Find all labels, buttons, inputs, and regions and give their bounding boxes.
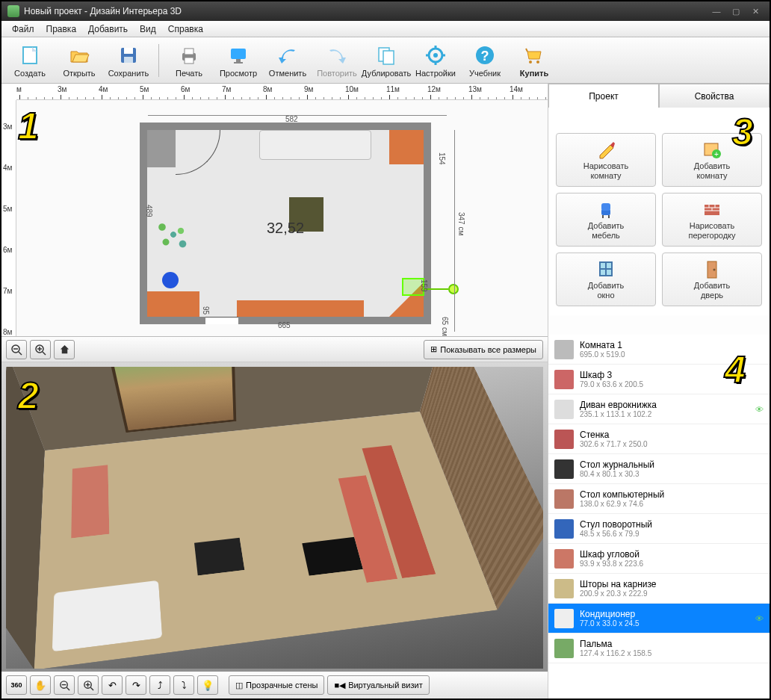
object-item[interactable]: Стол компьютерный138.0 x 62.9 x 74.6 [548,484,770,514]
object-item[interactable]: Кондиционер77.0 x 33.0 x 24.5👁 [548,604,770,634]
tab-properties[interactable]: Свойства [659,84,770,108]
object-name: Шторы на карнизе [580,579,764,589]
action-door-button[interactable]: Добавитьдверь [662,253,762,306]
toolbar-label: Сохранить [108,69,149,78]
action-pencil-button[interactable]: Нарисоватькомнату [556,133,656,187]
selection-handle[interactable] [448,284,459,294]
ruler-h-tick: 11м [386,85,400,93]
office-chair[interactable] [162,272,179,288]
wall-icon: ◫ [235,681,243,690]
svg-line-31 [66,687,69,690]
menu-4[interactable]: Справка [162,24,209,34]
close-button[interactable]: ✕ [747,5,764,17]
room-outline[interactable]: 32,52 [140,123,431,324]
toolbar-dup-button[interactable]: Дублировать [362,40,410,81]
maximize-button[interactable]: ▢ [728,5,744,17]
wall-unit[interactable] [237,300,364,317]
rotate-left-button[interactable]: ↶ [102,675,123,695]
ruler-h-tick: 6м [181,85,190,93]
plan-2d-view[interactable]: м3м4м5м6м7м8м9м10м11м12м13м14м 3м4м5м6м7… [1,84,548,362]
visibility-icon[interactable]: 👁 [755,614,764,623]
toolbar-save-button[interactable]: Сохранить [105,40,152,81]
zoom-out-3d-button[interactable] [54,675,75,695]
object-icon [554,430,574,449]
door-bottom[interactable] [205,317,238,324]
visibility-icon[interactable]: 👁 [755,405,764,414]
toolbar-help-button[interactable]: ?Учебник [461,40,509,81]
toolbar-print-button[interactable]: Печать [165,40,213,81]
corner-wardrobe[interactable] [389,130,424,164]
menu-2[interactable]: Добавить [82,24,134,34]
object-dimensions: 48.5 x 56.6 x 79.9 [580,530,764,538]
virtual-visit-button[interactable]: ■◀ Виртуальный визит [327,675,429,695]
home-button[interactable] [54,340,75,359]
action-window-button[interactable]: Добавитьокно [556,253,656,306]
toolbar-new-button[interactable]: Создать [6,40,54,81]
ruler-h-tick: 13м [468,85,482,93]
pan-button[interactable]: ✋ [30,675,51,695]
action-room-add-button[interactable]: +Добавитькомнату [662,133,762,187]
toolbar-label: Дублировать [362,69,411,78]
object-item[interactable]: Комната 1695.0 x 519.0 [548,335,770,365]
action-label: Добавитьокно [588,281,625,300]
rotate-360-button[interactable]: 360 [6,675,27,695]
print-icon [177,43,201,67]
object-dimensions: 93.9 x 93.8 x 223.6 [580,560,764,568]
object-item[interactable]: Стол журнальный80.4 x 80.1 x 30.3 [548,454,770,484]
toolbar-settings-button[interactable]: Настройки [412,40,459,81]
action-chair-button[interactable]: Добавитьмебель [556,193,656,247]
palm-plant[interactable] [155,216,192,253]
object-item[interactable]: Шкаф угловой93.9 x 93.8 x 223.6 [548,544,770,574]
light-button[interactable]: 💡 [197,675,218,695]
door-swing[interactable] [176,130,220,175]
toolbar-label: Учебник [469,69,501,78]
transparent-walls-button[interactable]: ◫ Прозрачные стены [229,675,324,695]
menu-0[interactable]: Файл [6,24,40,34]
action-label: Нарисоватькомнату [583,161,628,181]
object-item[interactable]: Шкаф 379.0 x 63.6 x 200.5 [548,365,770,394]
ruler-v-tick: 3м [3,123,12,131]
toolbar-label: Печать [176,69,202,78]
toolbar-buy-button[interactable]: Купить [510,40,558,81]
svg-point-13 [433,53,438,58]
zoom-out-button[interactable] [6,340,27,359]
action-bricks-button[interactable]: Нарисоватьперегородку [662,193,762,247]
object-icon [554,549,574,569]
object-item[interactable]: Стенка302.6 x 71.7 x 250.0 [548,424,770,454]
object-dimensions: 138.0 x 62.9 x 74.6 [580,500,764,508]
svg-line-24 [19,352,22,355]
preview-icon [226,43,250,67]
sofa-top[interactable] [259,130,371,160]
computer-desk[interactable] [147,291,199,317]
minimize-button[interactable]: — [708,5,725,17]
wardrobe[interactable] [147,130,176,167]
zoom-in-3d-button[interactable] [78,675,99,695]
ruler-h-tick: 10м [345,85,359,93]
area-label: 32,52 [267,220,304,237]
toolbar-label: Настройки [415,69,456,78]
toolbar-redo-button[interactable]: Повторить [313,40,361,81]
rotate-right-button[interactable]: ↷ [126,675,146,695]
tab-project[interactable]: Проект [548,84,659,108]
toolbar-undo-button[interactable]: Отменить [264,40,312,81]
object-item[interactable]: Пальма127.4 x 116.2 x 158.5 [548,634,770,663]
svg-rect-6 [185,58,193,64]
tilt-up-button[interactable]: ⤴ [149,675,170,695]
toolbar-preview-button[interactable]: Просмотр [214,40,262,81]
ruler-h-tick: 4м [99,85,108,93]
toolbar-open-button[interactable]: Открыть [55,40,103,81]
menu-3[interactable]: Вид [134,24,162,34]
show-all-sizes-button[interactable]: ⊞ Показывать все размеры [424,340,543,359]
tilt-down-button[interactable]: ⤵ [173,675,194,695]
object-item[interactable]: Шторы на карнизе200.9 x 20.3 x 222.9 [548,574,770,604]
view-3d[interactable]: 360 ✋ ↶ ↷ ⤴ ⤵ 💡 ◫ Прозрачные стены ■◀ Ви… [1,362,548,699]
zoom-in-button[interactable] [30,340,51,359]
object-name: Комната 1 [580,340,764,350]
svg-rect-5 [185,49,193,55]
object-item[interactable]: Стул поворотный48.5 x 56.6 x 79.9 [548,514,770,544]
menu-1[interactable]: Правка [40,24,83,34]
ruler-v-tick: 8м [3,328,12,336]
dim-right-side: 154 [438,152,446,165]
object-dimensions: 695.0 x 519.0 [580,350,764,359]
object-item[interactable]: Диван еврокнижка235.1 x 113.1 x 102.2👁 [548,394,770,424]
